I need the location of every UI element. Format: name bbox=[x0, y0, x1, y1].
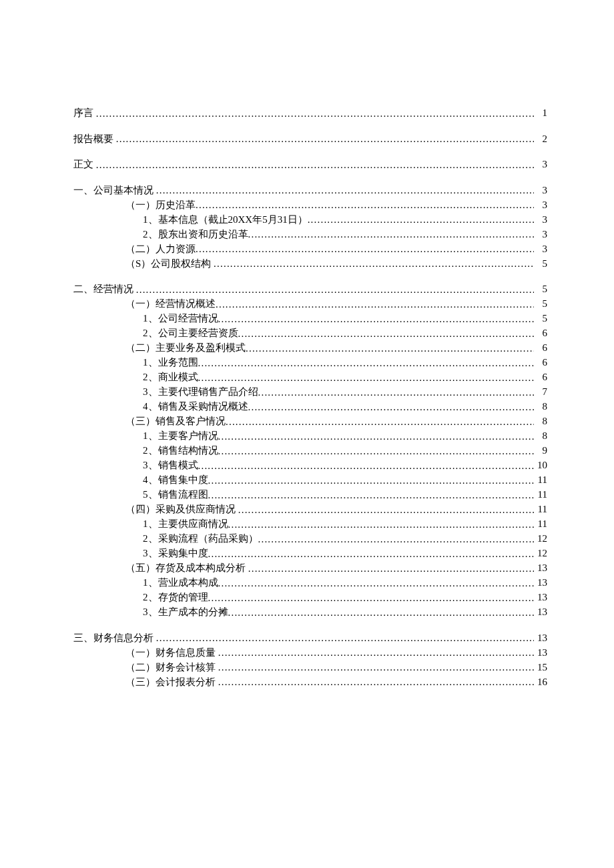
toc-entry-page: 2 bbox=[534, 134, 547, 144]
toc-entry-title: 2、销售结构情况 bbox=[143, 446, 218, 456]
toc-entry: 2、存货的管理13 bbox=[73, 592, 547, 604]
toc-leader-dots bbox=[238, 328, 535, 340]
toc-entry: 二、经营情况 5 bbox=[73, 284, 547, 296]
toc-entry-page: 12 bbox=[534, 534, 547, 544]
toc-entry-title: （一）财务信息质量 bbox=[125, 648, 216, 658]
toc-entry: （四）采购及供应商情况 11 bbox=[73, 504, 547, 516]
toc-entry-page: 3 bbox=[534, 200, 547, 210]
toc-entry-title: 1、营业成本构成 bbox=[143, 578, 218, 588]
toc-entry: 报告概要 2 bbox=[73, 134, 547, 145]
toc-entry-page: 11 bbox=[534, 519, 547, 529]
toc-entry: （二）人力资源3 bbox=[73, 244, 547, 256]
toc-entry-page: 13 bbox=[534, 633, 547, 643]
toc-entry-page: 11 bbox=[534, 490, 547, 500]
toc-leader-dots bbox=[226, 416, 534, 428]
toc-entry: 1、营业成本构成13 bbox=[73, 578, 547, 589]
toc-leader-dots bbox=[258, 387, 535, 398]
toc-entry: （一）经营情况概述5 bbox=[73, 299, 547, 310]
toc-entry-title: 二、经营情况 bbox=[73, 284, 133, 294]
toc-entry: 3、销售模式10 bbox=[73, 460, 547, 472]
toc-leader-dots bbox=[156, 633, 534, 644]
toc-entry: （一）历史沿革3 bbox=[73, 200, 547, 211]
toc-entry-title: （一）历史沿革 bbox=[125, 200, 196, 210]
toc-entry-title: （三）会计报表分析 bbox=[125, 677, 216, 687]
toc-entry-title: 3、主要代理销售产品介绍 bbox=[143, 387, 258, 397]
toc-leader-dots bbox=[198, 372, 535, 384]
toc-leader-dots bbox=[208, 592, 535, 604]
toc-entry-title: 1、基本信息（截止20XX年5月31日） bbox=[143, 215, 308, 225]
toc-entry-page: 8 bbox=[534, 416, 547, 426]
toc-entry: 1、公司经营情况5 bbox=[73, 314, 547, 325]
toc-entry-page: 13 bbox=[534, 578, 547, 588]
toc-entry-title: （四）采购及供应商情况 bbox=[125, 504, 236, 514]
toc-entry: 2、采购流程（药品采购）12 bbox=[73, 534, 547, 545]
toc-entry-page: 7 bbox=[534, 387, 547, 397]
toc-entry-title: （一）经营情况概述 bbox=[125, 299, 216, 309]
toc-entry: 1、业务范围6 bbox=[73, 358, 547, 369]
toc-leader-dots bbox=[228, 607, 535, 618]
page-content: 序言 1报告概要 2正文 3一、公司基本情况 3（一）历史沿革31、基本信息（截… bbox=[0, 0, 614, 688]
toc-entry-page: 12 bbox=[534, 548, 547, 558]
toc-entry-title: 序言 bbox=[73, 108, 93, 118]
toc-entry-title: （三）销售及客户情况 bbox=[125, 416, 226, 426]
toc-entry-page: 16 bbox=[534, 677, 547, 687]
toc-leader-dots bbox=[208, 490, 535, 501]
toc-entry-page: 6 bbox=[534, 328, 547, 338]
toc-entry-page: 13 bbox=[534, 648, 547, 658]
toc-entry-title: 正文 bbox=[73, 159, 93, 169]
toc-entry-title: （二）主要业务及盈利模式 bbox=[125, 343, 246, 353]
toc-entry: 5、销售流程图11 bbox=[73, 490, 547, 501]
toc-entry: （五）存货及成本构成分析 13 bbox=[73, 563, 547, 574]
toc-entry-page: 3 bbox=[534, 185, 547, 195]
toc-entry-page: 11 bbox=[534, 475, 547, 485]
toc-entry-page: 11 bbox=[534, 504, 547, 514]
toc-entry-page: 8 bbox=[534, 402, 547, 412]
toc-entry-page: 5 bbox=[534, 299, 547, 309]
toc-entry-page: 5 bbox=[534, 284, 547, 294]
toc-leader-dots bbox=[216, 299, 534, 310]
toc-leader-dots bbox=[238, 504, 534, 516]
toc-leader-dots bbox=[214, 259, 534, 270]
toc-entry-page: 3 bbox=[534, 215, 547, 225]
toc-entry-page: 6 bbox=[534, 372, 547, 382]
toc-entry-title: （S）公司股权结构 bbox=[125, 259, 211, 269]
toc-leader-dots bbox=[218, 314, 535, 325]
toc-entry-title: 2、股东出资和历史沿革 bbox=[143, 230, 248, 240]
toc-entry: 2、销售结构情况9 bbox=[73, 446, 547, 457]
toc-entry-title: 1、公司经营情况 bbox=[143, 314, 218, 324]
toc-entry: （三）会计报表分析 16 bbox=[73, 677, 547, 689]
table-of-contents: 序言 1报告概要 2正文 3一、公司基本情况 3（一）历史沿革31、基本信息（截… bbox=[73, 108, 547, 688]
toc-entry: 3、主要代理销售产品介绍7 bbox=[73, 387, 547, 398]
toc-leader-dots bbox=[156, 185, 534, 197]
toc-leader-dots bbox=[196, 244, 534, 256]
toc-entry-page: 6 bbox=[534, 343, 547, 353]
toc-entry: （三）销售及客户情况8 bbox=[73, 416, 547, 428]
toc-leader-dots bbox=[218, 648, 534, 659]
toc-entry-title: 一、公司基本情况 bbox=[73, 185, 154, 195]
toc-entry-page: 3 bbox=[534, 159, 547, 169]
toc-leader-dots bbox=[198, 460, 535, 472]
toc-entry: 4、销售及采购情况概述8 bbox=[73, 402, 547, 413]
toc-leader-dots bbox=[208, 475, 535, 486]
toc-entry: 2、商业模式6 bbox=[73, 372, 547, 384]
toc-leader-dots bbox=[248, 563, 534, 574]
toc-leader-dots bbox=[248, 230, 535, 241]
toc-entry-title: （五）存货及成本构成分析 bbox=[125, 563, 246, 573]
toc-entry: （一）财务信息质量 13 bbox=[73, 648, 547, 659]
toc-leader-dots bbox=[228, 519, 535, 530]
toc-leader-dots bbox=[218, 446, 535, 457]
toc-leader-dots bbox=[248, 402, 535, 413]
toc-leader-dots bbox=[258, 534, 535, 545]
toc-leader-dots bbox=[246, 343, 534, 354]
toc-entry-page: 15 bbox=[534, 663, 547, 673]
toc-entry-page: 13 bbox=[534, 607, 547, 617]
toc-entry-title: 1、主要客户情况 bbox=[143, 431, 218, 441]
toc-leader-dots bbox=[208, 548, 535, 560]
toc-entry-page: 5 bbox=[534, 314, 547, 324]
toc-entry-title: 5、销售流程图 bbox=[143, 490, 208, 500]
toc-entry-title: 1、主要供应商情况 bbox=[143, 519, 228, 529]
toc-entry-page: 1 bbox=[534, 108, 547, 118]
toc-entry-page: 3 bbox=[534, 230, 547, 240]
toc-entry-title: 3、采购集中度 bbox=[143, 548, 208, 558]
toc-entry: （S）公司股权结构 5 bbox=[73, 259, 547, 270]
